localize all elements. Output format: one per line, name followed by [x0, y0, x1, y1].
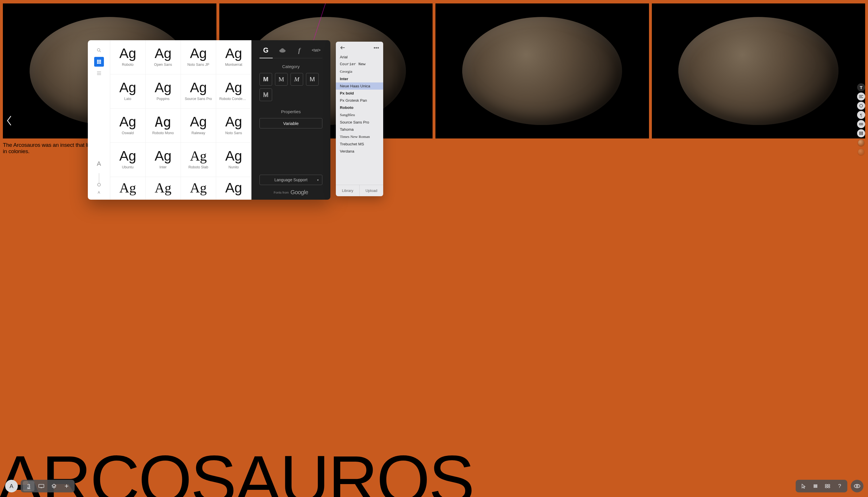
color-swatch-primary[interactable] [858, 140, 864, 146]
font-tile[interactable]: AgRubik [216, 177, 251, 200]
font-tile[interactable]: AgNunito [216, 143, 251, 177]
align-tool-button[interactable] [857, 93, 865, 101]
category-filter-button[interactable]: M [291, 73, 303, 86]
font-tile[interactable]: AgNoto Sans [216, 109, 251, 143]
font-sample: Ag [119, 115, 136, 129]
font-name-label: Raleway [191, 131, 205, 135]
font-tile[interactable]: AgRaleway [181, 109, 216, 143]
color-swatch-secondary[interactable] [858, 149, 864, 155]
font-tile[interactable]: AgPoppins [146, 74, 181, 109]
category-filter-button[interactable]: M [260, 73, 272, 86]
font-tile[interactable]: AgInter [146, 143, 181, 177]
fonts-credit: Fonts from Google [260, 189, 322, 196]
font-tile[interactable]: AgRoboto Slab [181, 143, 216, 177]
font-tile[interactable]: AgSource Sans Pro [181, 74, 216, 109]
font-tile[interactable]: AgPlayfair Display [110, 177, 146, 200]
font-tile[interactable]: AgRoboto Mono [146, 109, 181, 143]
bottom-left-toolbar: A 3 [5, 480, 75, 493]
svg-rect-6 [99, 61, 100, 62]
font-list-item[interactable]: Tahoma [336, 126, 383, 133]
font-sample: Ag [190, 46, 207, 60]
font-tile[interactable]: AgUbuntu [110, 143, 146, 177]
columns-tool-button[interactable] [857, 129, 865, 137]
category-label: Category [260, 64, 322, 69]
language-support-select[interactable]: Language Support [260, 175, 322, 185]
font-list-item[interactable]: Courier New [336, 61, 383, 68]
font-tile[interactable]: AgOswald [110, 109, 146, 143]
font-sample: Ag [225, 81, 242, 95]
device-preview-button[interactable] [35, 481, 47, 491]
variable-filter-button[interactable]: Variable [260, 118, 322, 128]
font-list-item[interactable]: Verdana [336, 148, 383, 155]
cursor-tool-button[interactable] [798, 481, 809, 491]
canvas-image-4[interactable] [652, 3, 865, 139]
font-list-item[interactable]: Source Sans Pro [336, 119, 383, 126]
source-web-tab[interactable]: <w> [310, 45, 322, 55]
font-name-label: Roboto Slab [189, 165, 208, 169]
font-library-button[interactable]: Library [336, 185, 360, 196]
font-list-item[interactable]: Px Grotesk Pan [336, 97, 383, 104]
font-tile[interactable]: AgMerriweather [146, 177, 181, 200]
font-search-button[interactable] [94, 45, 104, 55]
font-list-item[interactable]: Trebuchet MS [336, 141, 383, 148]
carousel-prev-button[interactable] [6, 115, 14, 129]
shape-tool-button[interactable] [857, 102, 865, 110]
font-name-label: Noto Sans [225, 131, 242, 135]
link-tool-button[interactable] [857, 120, 865, 128]
svg-rect-37 [825, 486, 827, 488]
preview-button[interactable] [851, 480, 864, 493]
text-mode-button[interactable]: A [5, 480, 18, 493]
add-button[interactable] [61, 481, 72, 491]
source-cloud-tab[interactable] [276, 45, 289, 55]
br-columns-button[interactable] [810, 481, 821, 491]
svg-rect-3 [99, 60, 100, 61]
page-indicator-button[interactable]: 3 [23, 481, 34, 491]
font-tile[interactable]: AgRoboto [110, 40, 146, 74]
font-sample: Ag [190, 181, 207, 195]
source-function-tab[interactable]: f [293, 45, 306, 55]
svg-rect-9 [99, 62, 100, 64]
components-button[interactable] [822, 481, 833, 491]
font-list-item[interactable]: Neue Haas Unica [336, 83, 383, 90]
svg-marker-31 [802, 484, 805, 488]
font-sample: Ag [119, 149, 136, 163]
text-tool-button[interactable]: T [857, 83, 865, 91]
font-tile[interactable]: AgLato [110, 74, 146, 109]
font-sample: Ag [225, 149, 242, 163]
font-list-back-button[interactable] [339, 45, 346, 51]
font-sample: Ag [155, 81, 172, 95]
font-grid-view-button[interactable] [94, 57, 104, 67]
category-filter-button[interactable]: M [306, 73, 319, 86]
paragraph-tool-button[interactable]: ¶ [857, 111, 865, 119]
font-list-more-button[interactable]: ••• [373, 45, 380, 51]
font-tile[interactable]: AgMontserrat [216, 40, 251, 74]
bottom-right-toolbar: ? [796, 480, 864, 493]
font-list-item[interactable]: Px bold [336, 90, 383, 97]
font-list-item[interactable]: Inter [336, 75, 383, 83]
layers-button[interactable] [48, 481, 60, 491]
preview-size-slider[interactable]: A A [97, 160, 101, 200]
category-filter-button[interactable]: M [260, 88, 272, 101]
image-caption[interactable]: The Arcosauros was an insect that lived … [3, 142, 98, 155]
source-google-tab[interactable]: G [260, 45, 272, 55]
font-tile[interactable]: AgPT Serif [181, 177, 216, 200]
font-sample: Ag [155, 115, 171, 129]
font-list-item[interactable]: Georgia [336, 68, 383, 75]
canvas-image-3[interactable] [436, 3, 649, 139]
font-list-item[interactable]: Arial [336, 54, 383, 61]
properties-label: Properties [260, 109, 322, 114]
font-sample: Ag [190, 81, 207, 95]
font-list-item[interactable]: SangBleu [336, 111, 383, 119]
font-upload-button[interactable]: Upload [360, 185, 383, 196]
help-button[interactable]: ? [834, 481, 845, 491]
svg-rect-26 [39, 484, 44, 487]
font-list-item[interactable]: Roboto [336, 104, 383, 111]
svg-rect-34 [816, 484, 817, 488]
font-list-item[interactable]: Times New Roman [336, 133, 383, 141]
font-name-label: Nunito [229, 165, 239, 169]
category-filter-button[interactable]: M [275, 73, 288, 86]
font-list-view-button[interactable] [94, 68, 104, 78]
font-tile[interactable]: AgRoboto Condensed [216, 74, 251, 109]
font-tile[interactable]: AgNoto Sans JP [181, 40, 216, 74]
font-tile[interactable]: AgOpen Sans [146, 40, 181, 74]
